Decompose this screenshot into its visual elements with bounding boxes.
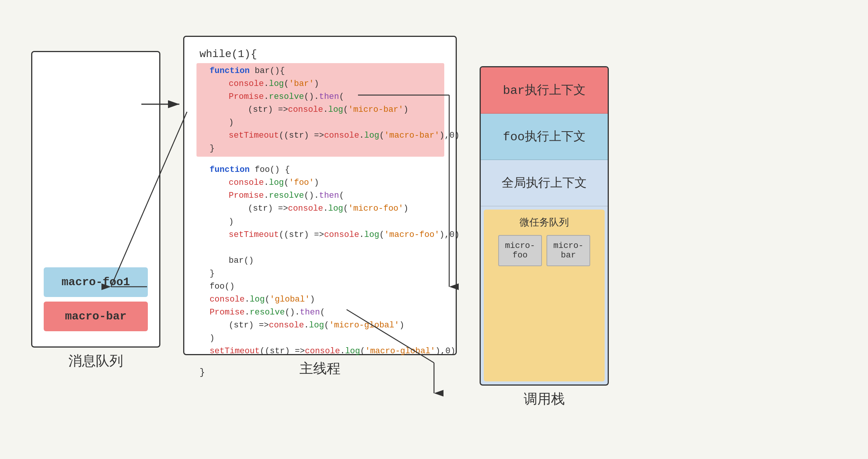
foo-header: function foo() { <box>200 164 444 176</box>
message-queue-label: 消息队列 <box>68 352 123 370</box>
foo-line5: setTimeout((str) =>console.log('macro-fo… <box>209 229 444 241</box>
global-line4: (str) =>console.log('micro-global') <box>209 319 444 332</box>
bar-line1: console.log('bar') <box>209 78 441 91</box>
global-line3: Promise.resolve().then( <box>200 306 444 319</box>
bar-function-code: function bar(){ console.log('bar') Promi… <box>200 65 441 156</box>
stack-item-bar: bar执行上下文 <box>481 67 608 114</box>
main-thread-panel: while(1){ function bar(){ console.log('b… <box>183 36 457 355</box>
foo-line3: (str) =>console.log('micro-foo') <box>218 202 444 215</box>
global-line1: foo() <box>200 280 444 293</box>
bar-close: } <box>200 142 441 155</box>
microtask-item-micro-bar: micro-bar <box>546 235 590 266</box>
bar-line5: setTimeout((str) =>console.log('macro-ba… <box>209 129 441 142</box>
call-stack-panel: bar执行上下文 foo执行上下文 全局执行上下文 微任务队列 micro-fo… <box>480 66 609 386</box>
foo-line2: Promise.resolve().then( <box>209 189 444 202</box>
bar-line4: ) <box>209 116 441 129</box>
stack-item-global: 全局执行上下文 <box>481 160 608 206</box>
while-header: while(1){ <box>200 48 444 60</box>
foo-close: } <box>200 267 444 280</box>
bar-line2: Promise.resolve().then( <box>209 91 441 103</box>
bar-function-block: function bar(){ console.log('bar') Promi… <box>196 63 444 157</box>
foo-line4: ) <box>209 216 444 229</box>
microtask-items: micro-foo micro-bar <box>488 235 600 266</box>
foo-spacer <box>200 241 444 254</box>
foo-line1: console.log('foo') <box>209 176 444 189</box>
global-code: foo() console.log('global') Promise.reso… <box>200 280 444 358</box>
queue-item-macro-foo1: macro-foo1 <box>44 267 148 297</box>
global-line2: console.log('global') <box>200 293 444 306</box>
call-stack-label: 调用栈 <box>524 390 565 408</box>
foo-function-code: function foo() { console.log('foo') Prom… <box>200 164 444 280</box>
main-thread-label: 主线程 <box>299 359 341 378</box>
bar-header: function bar(){ <box>200 65 441 78</box>
microtask-queue-title: 微任务队列 <box>488 216 600 229</box>
microtask-queue-box: 微任务队列 micro-foo micro-bar <box>484 210 605 381</box>
foo-bar-call: bar() <box>209 254 444 267</box>
bar-line3: (str) =>console.log('micro-bar') <box>218 103 441 116</box>
stack-item-foo: foo执行上下文 <box>481 114 608 160</box>
message-queue-panel: macro-foo1 macro-bar <box>31 51 160 348</box>
diagram-container: macro-foo1 macro-bar 消息队列 while(1){ func… <box>16 21 852 439</box>
global-line6: setTimeout((str) =>console.log('macro-gl… <box>200 345 444 358</box>
queue-item-macro-bar: macro-bar <box>44 302 148 331</box>
microtask-item-micro-foo: micro-foo <box>498 235 542 266</box>
global-line5: ) <box>200 332 444 345</box>
